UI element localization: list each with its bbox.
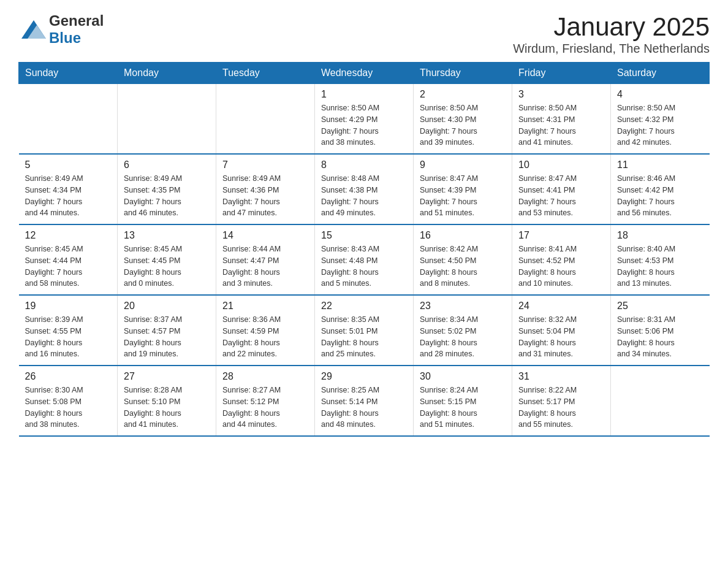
logo-blue-text: Blue bbox=[49, 29, 81, 46]
day-number: 7 bbox=[222, 159, 308, 170]
calendar-cell: 6Sunrise: 8:49 AM Sunset: 4:35 PM Daylig… bbox=[118, 154, 216, 224]
day-info: Sunrise: 8:40 AM Sunset: 4:53 PM Dayligh… bbox=[617, 243, 703, 289]
calendar-cell: 28Sunrise: 8:27 AM Sunset: 5:12 PM Dayli… bbox=[216, 366, 315, 436]
calendar-cell bbox=[118, 84, 216, 155]
calendar-cell: 14Sunrise: 8:44 AM Sunset: 4:47 PM Dayli… bbox=[216, 224, 315, 295]
calendar-cell: 22Sunrise: 8:35 AM Sunset: 5:01 PM Dayli… bbox=[315, 295, 414, 366]
day-info: Sunrise: 8:45 AM Sunset: 4:44 PM Dayligh… bbox=[25, 243, 112, 289]
calendar-cell: 27Sunrise: 8:28 AM Sunset: 5:10 PM Dayli… bbox=[118, 366, 216, 436]
calendar-cell: 1Sunrise: 8:50 AM Sunset: 4:29 PM Daylig… bbox=[315, 84, 414, 155]
day-number: 31 bbox=[518, 371, 604, 382]
day-info: Sunrise: 8:36 AM Sunset: 4:59 PM Dayligh… bbox=[222, 314, 308, 360]
calendar-week-3: 19Sunrise: 8:39 AM Sunset: 4:55 PM Dayli… bbox=[19, 295, 710, 366]
calendar-cell: 17Sunrise: 8:41 AM Sunset: 4:52 PM Dayli… bbox=[512, 224, 611, 295]
header-day-wednesday: Wednesday bbox=[315, 63, 414, 84]
day-number: 21 bbox=[222, 301, 308, 312]
calendar-cell bbox=[216, 84, 315, 155]
day-info: Sunrise: 8:22 AM Sunset: 5:17 PM Dayligh… bbox=[518, 385, 604, 431]
calendar-cell: 24Sunrise: 8:32 AM Sunset: 5:04 PM Dayli… bbox=[512, 295, 611, 366]
calendar-cell: 19Sunrise: 8:39 AM Sunset: 4:55 PM Dayli… bbox=[19, 295, 118, 366]
page-title: January 2025 bbox=[513, 12, 710, 42]
day-number: 17 bbox=[518, 230, 604, 241]
day-info: Sunrise: 8:48 AM Sunset: 4:38 PM Dayligh… bbox=[321, 173, 407, 219]
calendar-cell: 10Sunrise: 8:47 AM Sunset: 4:41 PM Dayli… bbox=[512, 154, 611, 224]
day-info: Sunrise: 8:41 AM Sunset: 4:52 PM Dayligh… bbox=[518, 243, 604, 289]
calendar-cell bbox=[611, 366, 710, 436]
day-info: Sunrise: 8:49 AM Sunset: 4:36 PM Dayligh… bbox=[222, 173, 308, 219]
header-day-sunday: Sunday bbox=[19, 63, 118, 84]
header-row: SundayMondayTuesdayWednesdayThursdayFrid… bbox=[19, 63, 710, 84]
day-number: 2 bbox=[420, 89, 506, 100]
day-number: 29 bbox=[321, 371, 407, 382]
day-number: 10 bbox=[518, 159, 604, 170]
calendar-cell: 21Sunrise: 8:36 AM Sunset: 4:59 PM Dayli… bbox=[216, 295, 315, 366]
calendar-cell: 9Sunrise: 8:47 AM Sunset: 4:39 PM Daylig… bbox=[414, 154, 512, 224]
day-info: Sunrise: 8:44 AM Sunset: 4:47 PM Dayligh… bbox=[222, 243, 308, 289]
day-info: Sunrise: 8:27 AM Sunset: 5:12 PM Dayligh… bbox=[222, 385, 308, 431]
logo-general-text: General bbox=[49, 12, 104, 29]
calendar-cell: 13Sunrise: 8:45 AM Sunset: 4:45 PM Dayli… bbox=[118, 224, 216, 295]
day-info: Sunrise: 8:34 AM Sunset: 5:02 PM Dayligh… bbox=[420, 314, 506, 360]
calendar-cell: 16Sunrise: 8:42 AM Sunset: 4:50 PM Dayli… bbox=[414, 224, 512, 295]
day-number: 22 bbox=[321, 301, 407, 312]
day-number: 15 bbox=[321, 230, 407, 241]
calendar-cell: 30Sunrise: 8:24 AM Sunset: 5:15 PM Dayli… bbox=[414, 366, 512, 436]
day-number: 6 bbox=[124, 159, 210, 170]
day-number: 12 bbox=[25, 230, 112, 241]
calendar-cell: 7Sunrise: 8:49 AM Sunset: 4:36 PM Daylig… bbox=[216, 154, 315, 224]
page-subtitle: Wirdum, Friesland, The Netherlands bbox=[513, 42, 710, 56]
day-number: 16 bbox=[420, 230, 506, 241]
calendar-header: SundayMondayTuesdayWednesdayThursdayFrid… bbox=[19, 63, 710, 84]
calendar-cell: 25Sunrise: 8:31 AM Sunset: 5:06 PM Dayli… bbox=[611, 295, 710, 366]
day-info: Sunrise: 8:47 AM Sunset: 4:41 PM Dayligh… bbox=[518, 173, 604, 219]
day-info: Sunrise: 8:45 AM Sunset: 4:45 PM Dayligh… bbox=[124, 243, 210, 289]
day-info: Sunrise: 8:30 AM Sunset: 5:08 PM Dayligh… bbox=[25, 385, 112, 431]
calendar-body: 1Sunrise: 8:50 AM Sunset: 4:29 PM Daylig… bbox=[19, 84, 710, 437]
day-number: 20 bbox=[124, 301, 210, 312]
day-number: 14 bbox=[222, 230, 308, 241]
header-day-tuesday: Tuesday bbox=[216, 63, 315, 84]
calendar-week-4: 26Sunrise: 8:30 AM Sunset: 5:08 PM Dayli… bbox=[19, 366, 710, 436]
calendar-cell: 4Sunrise: 8:50 AM Sunset: 4:32 PM Daylig… bbox=[611, 84, 710, 155]
day-number: 28 bbox=[222, 371, 308, 382]
day-number: 8 bbox=[321, 159, 407, 170]
day-number: 18 bbox=[617, 230, 703, 241]
day-info: Sunrise: 8:47 AM Sunset: 4:39 PM Dayligh… bbox=[420, 173, 506, 219]
title-block: January 2025 Wirdum, Friesland, The Neth… bbox=[513, 12, 710, 56]
day-info: Sunrise: 8:43 AM Sunset: 4:48 PM Dayligh… bbox=[321, 243, 407, 289]
day-number: 3 bbox=[518, 89, 604, 100]
day-info: Sunrise: 8:46 AM Sunset: 4:42 PM Dayligh… bbox=[617, 173, 703, 219]
day-number: 1 bbox=[321, 89, 407, 100]
calendar-cell bbox=[19, 84, 118, 155]
day-number: 13 bbox=[124, 230, 210, 241]
day-info: Sunrise: 8:25 AM Sunset: 5:14 PM Dayligh… bbox=[321, 385, 407, 431]
calendar-cell: 26Sunrise: 8:30 AM Sunset: 5:08 PM Dayli… bbox=[19, 366, 118, 436]
header-day-saturday: Saturday bbox=[611, 63, 710, 84]
logo: General Blue bbox=[18, 12, 104, 47]
day-info: Sunrise: 8:50 AM Sunset: 4:32 PM Dayligh… bbox=[617, 102, 703, 148]
day-number: 19 bbox=[25, 301, 112, 312]
calendar-week-1: 5Sunrise: 8:49 AM Sunset: 4:34 PM Daylig… bbox=[19, 154, 710, 224]
day-number: 26 bbox=[25, 371, 112, 382]
header-day-monday: Monday bbox=[118, 63, 216, 84]
calendar-cell: 23Sunrise: 8:34 AM Sunset: 5:02 PM Dayli… bbox=[414, 295, 512, 366]
day-info: Sunrise: 8:50 AM Sunset: 4:31 PM Dayligh… bbox=[518, 102, 604, 148]
logo-icon bbox=[18, 14, 49, 45]
calendar-week-0: 1Sunrise: 8:50 AM Sunset: 4:29 PM Daylig… bbox=[19, 84, 710, 155]
calendar-cell: 29Sunrise: 8:25 AM Sunset: 5:14 PM Dayli… bbox=[315, 366, 414, 436]
day-number: 27 bbox=[124, 371, 210, 382]
day-info: Sunrise: 8:28 AM Sunset: 5:10 PM Dayligh… bbox=[124, 385, 210, 431]
day-number: 9 bbox=[420, 159, 506, 170]
day-info: Sunrise: 8:32 AM Sunset: 5:04 PM Dayligh… bbox=[518, 314, 604, 360]
day-number: 24 bbox=[518, 301, 604, 312]
day-info: Sunrise: 8:42 AM Sunset: 4:50 PM Dayligh… bbox=[420, 243, 506, 289]
day-number: 5 bbox=[25, 159, 112, 170]
calendar-cell: 5Sunrise: 8:49 AM Sunset: 4:34 PM Daylig… bbox=[19, 154, 118, 224]
day-info: Sunrise: 8:39 AM Sunset: 4:55 PM Dayligh… bbox=[25, 314, 112, 360]
page-header: General Blue January 2025 Wirdum, Friesl… bbox=[18, 12, 710, 56]
calendar-cell: 12Sunrise: 8:45 AM Sunset: 4:44 PM Dayli… bbox=[19, 224, 118, 295]
header-day-thursday: Thursday bbox=[414, 63, 512, 84]
day-info: Sunrise: 8:35 AM Sunset: 5:01 PM Dayligh… bbox=[321, 314, 407, 360]
day-number: 30 bbox=[420, 371, 506, 382]
header-day-friday: Friday bbox=[512, 63, 611, 84]
